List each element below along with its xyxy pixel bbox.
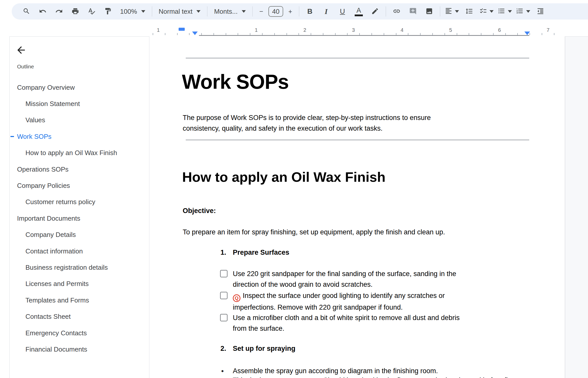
ruler-tick	[165, 33, 165, 35]
align-dropdown[interactable]	[443, 3, 461, 20]
checklist-dropdown[interactable]	[477, 3, 496, 20]
ruler-tick	[226, 33, 226, 35]
document-canvas[interactable]: Work SOPs The purpose of Work SOPs is to…	[149, 36, 565, 378]
right-indent-marker[interactable]	[524, 32, 530, 35]
indent-decrease-icon	[537, 7, 544, 16]
toolbar-divider	[386, 6, 386, 17]
plus-icon: +	[288, 8, 292, 16]
active-item-dash	[10, 136, 14, 137]
checkbox[interactable]	[220, 292, 227, 299]
sidebar-item-financial-documents[interactable]: Financial Documents	[10, 341, 149, 357]
underline-button[interactable]: U	[334, 3, 351, 20]
checkbox[interactable]	[220, 270, 227, 277]
ruler-number: 3	[352, 27, 355, 33]
section-heading: How to apply an Oil Wax Finish	[182, 169, 385, 185]
zoom-dropdown[interactable]: 100%	[116, 3, 149, 20]
sidebar-item-company-policies[interactable]: Company Policies	[10, 177, 149, 194]
top-toolbar: 100% Normal text Monts... − 40 + B I	[0, 0, 588, 25]
sidebar-item-label: Operations SOPs	[17, 165, 68, 173]
bold-button[interactable]: B	[302, 3, 318, 20]
sidebar-item-mission-statement[interactable]: Mission Statement	[10, 96, 149, 112]
increase-font-size-button[interactable]: +	[284, 3, 296, 20]
intro-paragraph: The purpose of Work SOPs is to provide c…	[183, 112, 431, 134]
underline-icon: U	[340, 7, 345, 16]
line-spacing-button[interactable]	[461, 3, 477, 20]
ruler-margin-bar	[199, 35, 529, 36]
ruler-tick	[493, 33, 494, 35]
bold-icon: B	[307, 7, 312, 16]
chevron-down-icon	[526, 10, 530, 13]
ruler-tick	[359, 33, 360, 35]
ruler-number: 6	[498, 27, 501, 33]
search-menus-button[interactable]	[18, 3, 35, 20]
sidebar-item-how-to-apply-an-oil-wax-finish[interactable]: How to apply an Oil Wax Finish	[10, 145, 149, 161]
horizontal-rule	[186, 58, 529, 58]
font-size-input[interactable]: 40	[268, 6, 283, 17]
paint-roller-icon	[104, 7, 112, 16]
print-button[interactable]	[67, 3, 83, 20]
add-comment-button[interactable]	[405, 3, 421, 20]
italic-button[interactable]: I	[318, 3, 334, 20]
sidebar-item-operations-sops[interactable]: Operations SOPs	[10, 161, 149, 177]
paragraph-style-dropdown[interactable]: Normal text	[155, 3, 205, 20]
horizontal-rule	[186, 140, 529, 140]
left-indent-marker[interactable]	[192, 32, 198, 35]
insert-link-button[interactable]	[389, 3, 405, 20]
checklist-item: QInspect the surface under good lighting…	[233, 290, 445, 313]
decrease-indent-button[interactable]	[532, 3, 549, 20]
checkbox[interactable]	[220, 314, 227, 321]
ruler-number: 7	[547, 27, 549, 33]
sidebar-item-company-overview[interactable]: Company Overview	[10, 79, 149, 96]
sidebar-item-label: Emergency Contacts	[25, 329, 87, 337]
sidebar-item-templates-and-forms[interactable]: Templates and Forms	[10, 292, 149, 308]
ruler-tick	[444, 33, 445, 35]
page-edge-gutter	[565, 36, 588, 378]
text-color-button[interactable]: A	[351, 3, 367, 20]
toolbar-pill: 100% Normal text Monts... − 40 + B I	[12, 3, 588, 20]
step-title: Set up for spraying	[233, 343, 295, 354]
document-title: Work SOPs	[182, 72, 289, 92]
sidebar-item-customer-returns-policy[interactable]: Customer returns policy	[10, 194, 149, 210]
highlighter-pen-icon	[371, 7, 379, 16]
highlight-color-button[interactable]	[367, 3, 383, 20]
first-line-indent-marker[interactable]	[179, 28, 185, 31]
redo-button[interactable]	[51, 3, 67, 20]
print-icon	[71, 7, 79, 16]
sidebar-item-work-sops[interactable]: Work SOPs	[10, 128, 149, 145]
bulleted-list-dropdown[interactable]	[496, 3, 514, 20]
sidebar-item-label: Templates and Forms	[25, 296, 89, 304]
ruler-tick	[408, 33, 408, 35]
zoom-value: 100%	[120, 8, 137, 16]
ruler-tick	[153, 33, 153, 35]
ruler-tick	[371, 33, 372, 35]
sidebar-item-company-details[interactable]: Company Details	[10, 227, 149, 243]
sidebar-item-business-registration-details[interactable]: Business registration details	[10, 259, 149, 276]
decrease-font-size-button[interactable]: −	[255, 3, 267, 20]
insert-image-button[interactable]	[421, 3, 437, 20]
sidebar-item-values[interactable]: Values	[10, 112, 149, 128]
sidebar-item-contact-information[interactable]: Contact information	[10, 243, 149, 259]
ruler-tick	[177, 33, 178, 35]
close-outline-button[interactable]	[15, 44, 27, 56]
outline-heading: Outline	[17, 64, 34, 70]
ruler-tick	[201, 33, 202, 35]
checklist-item: Use 220 grit sandpaper for the final san…	[233, 268, 456, 290]
numbered-list-dropdown[interactable]	[514, 3, 532, 20]
checklist-item: Use a microfiber cloth and a bit of whit…	[233, 312, 460, 334]
google-docs-app: { "toolbar": { "zoom_value": "100%", "st…	[0, 0, 588, 378]
font-dropdown[interactable]: Monts...	[210, 3, 250, 20]
undo-button[interactable]	[35, 3, 51, 20]
sidebar-item-important-documents[interactable]: Important Documents	[10, 210, 149, 226]
q-badge-icon: Q	[233, 294, 240, 302]
toolbar-divider	[252, 6, 253, 17]
sidebar-item-emergency-contacts[interactable]: Emergency Contacts	[10, 325, 149, 341]
sidebar-item-licenses-and-permits[interactable]: Licenses and Permits	[10, 276, 149, 292]
ruler-tick	[213, 33, 214, 35]
sidebar-item-label: Work SOPs	[17, 133, 51, 141]
spelling-check-button[interactable]	[83, 3, 100, 20]
paint-format-button[interactable]	[100, 3, 116, 20]
toolbar-divider	[299, 6, 299, 17]
ruler-tick	[286, 33, 287, 35]
toolbar-divider	[440, 6, 440, 17]
sidebar-item-contacts-sheet[interactable]: Contacts Sheet	[10, 308, 149, 325]
